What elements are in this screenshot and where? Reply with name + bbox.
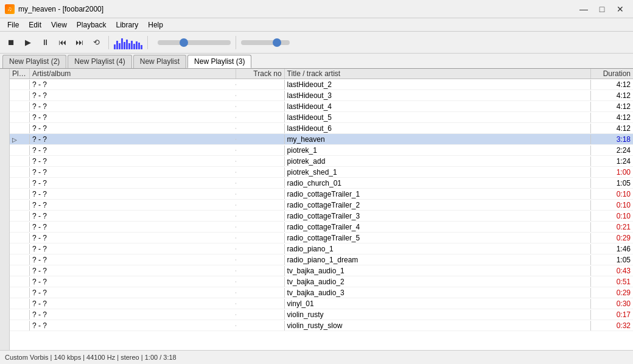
visualizer-bars [114,36,142,49]
status-bar: Custom Vorbis | 140 kbps | 44100 Hz | st… [0,350,633,363]
table-row[interactable]: ▷ ? - ? my_heaven 3:18 [10,134,633,145]
table-row[interactable]: ? - ? piotrek_1 2:24 [10,145,633,156]
random-button[interactable]: ⟲ [89,35,103,50]
table-row[interactable]: ? - ? lastHideout_3 4:12 [10,90,633,101]
cell-title: lastHideout_2 [284,80,590,89]
cell-duration: 0:21 [590,222,633,232]
cell-title: radio_cottageTrailer_5 [284,233,590,243]
header-duration: Duration [590,69,633,79]
table-row[interactable]: ? - ? radio_piano_1 1:46 [10,243,633,254]
table-row[interactable]: ? - ? radio_church_01 1:05 [10,178,633,189]
table-row[interactable]: ? - ? tv_bajka_audio_1 0:43 [10,265,633,276]
cell-trackno [236,139,284,140]
table-row[interactable]: ? - ? radio_cottageTrailer_4 0:21 [10,222,633,233]
cell-title: lastHideout_6 [284,124,590,133]
cell-artist: ? - ? [29,145,236,155]
viz-bar [131,41,133,49]
cell-artist: ? - ? [29,299,236,309]
cell-playing [10,106,29,107]
menu-file[interactable]: File [2,19,24,30]
cell-artist: ? - ? [29,321,236,331]
table-row[interactable]: ? - ? violin_rusty 0:17 [10,309,633,320]
cell-title: violin_rusty_slow [284,321,590,331]
table-row[interactable]: ? - ? radio_cottageTrailer_3 0:10 [10,211,633,222]
cell-artist: ? - ? [29,310,236,320]
menu-help[interactable]: Help [143,19,168,30]
tab-new-playlist-3[interactable]: New Playlist (3) [187,55,251,68]
minimize-button[interactable]: — [576,3,592,15]
table-row[interactable]: ? - ? lastHideout_4 4:12 [10,101,633,112]
playlist-table[interactable]: Playing Artist/album Track no Title / tr… [10,69,633,350]
table-row[interactable]: ? - ? radio_cottageTrailer_1 0:10 [10,189,633,200]
cell-trackno [236,226,284,228]
toolbar-separator-2 [147,36,148,49]
table-row[interactable]: ? - ? piotrek_shed_1 1:00 [10,167,633,178]
next-button[interactable]: ⏭ [72,35,86,50]
viz-bar [126,40,128,49]
cell-title: radio_church_01 [284,178,590,188]
cell-title: lastHideout_4 [284,102,590,111]
cell-duration: 0:17 [590,310,633,320]
cell-duration: 0:32 [590,321,633,331]
stop-button[interactable]: ⏹ [4,35,18,50]
cell-title: radio_cottageTrailer_3 [284,211,590,221]
table-row[interactable]: ? - ? radio_piano_1_dream 1:05 [10,254,633,265]
cell-playing [10,303,29,304]
cell-duration: 4:12 [590,113,633,122]
table-row[interactable]: ? - ? tv_bajka_audio_3 0:29 [10,287,633,298]
table-row[interactable]: ? - ? radio_cottageTrailer_2 0:10 [10,200,633,211]
maximize-button[interactable]: □ [594,3,610,15]
table-row[interactable]: ? - ? lastHideout_6 4:12 [10,123,633,134]
cell-duration: 2:24 [590,145,633,155]
cell-title: radio_cottageTrailer_2 [284,200,590,210]
cell-playing [10,281,29,282]
menu-edit[interactable]: Edit [24,19,46,30]
table-row[interactable]: ? - ? lastHideout_2 4:12 [10,79,633,90]
cell-artist: ? - ? [29,167,236,177]
menu-bar: File Edit View Playback Library Help [0,18,633,32]
cell-playing [10,205,29,206]
cell-duration: 1:24 [590,156,633,166]
cell-duration: 0:30 [590,299,633,309]
close-button[interactable]: ✕ [612,3,628,15]
cell-trackno [236,292,284,293]
cell-trackno [236,270,284,271]
play-button[interactable]: ▶ [21,35,35,50]
cell-title: tv_bajka_audio_1 [284,266,590,276]
cell-title: radio_cottageTrailer_1 [284,189,590,199]
header-title: Title / track artist [284,69,590,79]
menu-library[interactable]: Library [111,19,144,30]
prev-button[interactable]: ⏮ [55,35,69,50]
cell-trackno [236,172,284,173]
table-row[interactable]: ? - ? violin_rusty_slow 0:32 [10,320,633,331]
cell-playing [10,270,29,271]
table-row[interactable]: ? - ? lastHideout_5 4:12 [10,112,633,123]
viz-bar [121,38,123,49]
viz-bar [116,41,118,49]
viz-bar [133,44,135,49]
cell-artist: ? - ? [29,244,236,254]
app-icon: ♫ [5,4,15,14]
menu-view[interactable]: View [46,19,72,30]
cell-title: tv_bajka_audio_3 [284,288,590,298]
cell-duration: 0:29 [590,233,633,243]
tab-new-playlist[interactable]: New Playlist [133,55,186,68]
pause-button[interactable]: ⏸ [38,35,52,50]
table-row[interactable]: ? - ? radio_cottageTrailer_5 0:29 [10,233,633,243]
tab-new-playlist-2[interactable]: New Playlist (2) [2,55,66,68]
tab-new-playlist-4[interactable]: New Playlist (4) [68,55,131,68]
volume-bar[interactable] [241,40,290,45]
cell-title: radio_cottageTrailer_4 [284,222,590,232]
cell-playing [10,183,29,184]
cell-artist: ? - ? [29,135,236,144]
table-row[interactable]: ? - ? vinyl_01 0:30 [10,298,633,309]
cell-trackno [236,183,284,184]
table-row[interactable]: ? - ? tv_bajka_audio_2 0:51 [10,276,633,287]
table-row[interactable]: ? - ? piotrek_add 1:24 [10,156,633,167]
cell-artist: ? - ? [29,277,236,287]
cell-trackno [236,215,284,217]
cell-playing [10,292,29,293]
seek-bar[interactable] [158,40,231,45]
menu-playback[interactable]: Playback [72,19,111,30]
viz-bar [119,43,121,49]
